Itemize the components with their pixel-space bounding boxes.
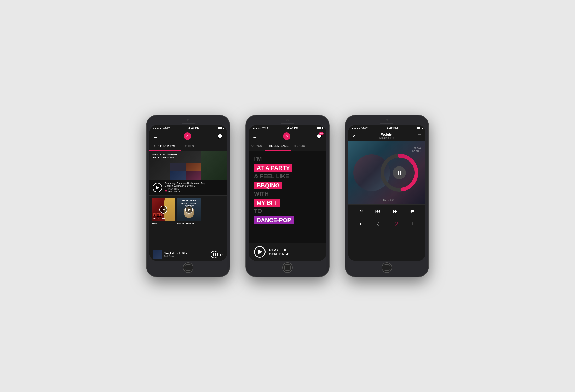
playlist-by: ★ Playlist by Beats Pop xyxy=(165,188,224,193)
progress-ring xyxy=(378,152,420,194)
play-sentence-bar[interactable]: PLAY THESENTENCE xyxy=(249,243,326,261)
red-album-item[interactable]: RED TAYLOR SWIFT RED xyxy=(152,198,175,225)
bruno-album-art: BRUNO MARSUNORTHODOXJUKEBOX xyxy=(177,198,201,221)
phone-1: ●●●●● AT&T 4:42 PM ☰ b 💬 JUST FOR YOU TH… xyxy=(146,115,230,277)
beats-star-icon: ★ xyxy=(165,189,167,192)
bruno-album-item[interactable]: BRUNO MARSUNORTHODOXJUKEBOX UNORTHODOX xyxy=(177,198,201,225)
battery xyxy=(218,127,223,129)
phone-speaker xyxy=(182,123,195,124)
player-controls: ↩ ⏮ ⏭ ⇌ ↩ ♡ ♡ + xyxy=(348,204,426,229)
phone-2: ●●●●● AT&T 4:42 PM ☰ b 💬 42 OR YOU THE S… xyxy=(246,115,329,277)
time-display: 1:46 | 3:50 xyxy=(380,198,394,201)
np-artist: Bob Dylan xyxy=(164,255,209,257)
battery-icon-3 xyxy=(417,127,422,129)
sentence-highlight-bbqing: BBQING xyxy=(254,182,282,189)
carrier: ●●●●● AT&T xyxy=(153,127,170,129)
tab-the-s[interactable]: THE S xyxy=(181,142,198,151)
status-bar-2: ●●●●● AT&T 4:42 PM xyxy=(249,125,326,130)
sentence-line-2-wrap: AT A PARTY xyxy=(254,164,321,172)
play-triangle-icon xyxy=(156,186,159,189)
queue-button[interactable]: ☰ xyxy=(418,134,421,138)
play-icon xyxy=(163,208,165,211)
tab-just-for-you[interactable]: JUST FOR YOU xyxy=(150,142,181,151)
player-artist: Mikal Cronin xyxy=(355,136,418,139)
playlist-curator: Playlist by Beats Pop xyxy=(168,188,180,193)
favorite-button[interactable]: ♡ xyxy=(376,221,381,227)
sentence-line-6-wrap: MY BFF xyxy=(254,198,321,207)
phone1-tabs: JUST FOR YOU THE S xyxy=(150,142,227,151)
np-info: Tangled Up In Blue Bob Dylan xyxy=(164,252,209,257)
battery-3 xyxy=(417,127,422,129)
np-song-title: Tangled Up In Blue xyxy=(164,252,209,255)
home-button-3[interactable] xyxy=(382,262,392,273)
red-album-thumb: RED TAYLOR SWIFT xyxy=(152,198,175,221)
phone-3-speaker xyxy=(380,123,393,124)
red-album-play[interactable] xyxy=(159,206,167,214)
carrier-3: ●●●●● AT&T xyxy=(352,127,368,129)
status-time-3: 4:42 PM xyxy=(387,126,398,130)
bruno-album-play[interactable] xyxy=(185,206,193,214)
home-button-inner-2 xyxy=(284,264,291,271)
add-to-playlist-button[interactable]: ↩ xyxy=(360,221,364,227)
bruno-album-thumb: BRUNO MARSUNORTHODOXJUKEBOX xyxy=(177,198,201,221)
shuffle-button[interactable]: ⇌ xyxy=(410,208,414,214)
tab-the-sentence[interactable]: THE SENTENCE xyxy=(265,142,291,151)
sentence-line-8-wrap: DANCE-POP xyxy=(254,216,321,225)
pause-bar-large-1 xyxy=(398,171,399,175)
repeat-button[interactable]: ↩ xyxy=(359,208,363,214)
home-button-1[interactable] xyxy=(183,262,193,273)
chat-button-2[interactable]: 💬 42 xyxy=(317,134,322,139)
prev-button[interactable]: ⏮ xyxy=(375,208,381,215)
dot1: ●●●●● xyxy=(153,127,162,129)
play-sentence-button[interactable] xyxy=(254,246,266,258)
beats-logo[interactable]: b xyxy=(184,132,191,140)
playlist-info: Featuring: Eminem, Nicki Minaj, T.I.,Mar… xyxy=(165,182,224,193)
sentence-line-5: WITH xyxy=(254,190,321,198)
phone1-content: GUEST LIST: RIHANNACOLLABORATIONS xyxy=(150,151,227,248)
tab-for-you[interactable]: OR YOU xyxy=(249,142,265,151)
phone-3: ●●●●● AT&T 4:42 PM ∨ Weight Mikal Cronin… xyxy=(345,115,429,277)
notification-badge: 42 xyxy=(319,132,324,135)
play-sentence-icon xyxy=(258,250,262,254)
pause-icon xyxy=(213,253,216,256)
carrier-2: ●●●●● AT&T xyxy=(252,127,269,129)
chat-button[interactable]: 💬 xyxy=(217,134,223,139)
playlist-card[interactable]: Featuring: Eminem, Nicki Minaj, T.I.,Mar… xyxy=(150,180,227,196)
nav-bar-1: ☰ b 💬 xyxy=(150,130,227,142)
action-controls: ↩ ♡ ♡ + xyxy=(353,221,420,227)
pause-icon-large xyxy=(398,171,401,175)
playback-controls: ↩ ⏮ ⏭ ⇌ xyxy=(353,208,420,215)
phone-3-camera xyxy=(386,119,388,121)
home-button-2[interactable] xyxy=(282,262,293,273)
signal-dots: ●●●●● AT&T xyxy=(153,127,170,129)
red-album-label: RED xyxy=(152,222,157,225)
beats-heart-button[interactable]: ♡ xyxy=(393,221,398,227)
phone-2-speaker xyxy=(281,123,294,124)
album-row: RED TAYLOR SWIFT RED BRUNO MARSUNORTHODO… xyxy=(150,196,227,227)
playlist-description: Featuring: Eminem, Nicki Minaj, T.I.,Mar… xyxy=(165,182,224,187)
np-play-button[interactable] xyxy=(211,251,218,258)
playlist-play-button[interactable] xyxy=(153,183,162,192)
np-next-button[interactable]: ⏭ xyxy=(220,252,224,257)
beats-logo-2[interactable]: b xyxy=(283,132,290,140)
play-sentence-label: PLAY THESENTENCE xyxy=(269,248,290,256)
third-album-cell xyxy=(201,151,227,180)
next-button[interactable]: ⏭ xyxy=(393,208,399,215)
tab-highlights[interactable]: HIGHLIG xyxy=(291,142,308,151)
phone2-tabs: OR YOU THE SENTENCE HIGHLIG xyxy=(249,142,326,151)
pause-bar-2 xyxy=(215,253,216,256)
featured-album-grid: GUEST LIST: RIHANNACOLLABORATIONS xyxy=(150,151,227,180)
pause-bar-1 xyxy=(213,253,214,256)
np-controls: ⏭ xyxy=(211,251,224,258)
collapse-button[interactable]: ∨ xyxy=(352,134,355,139)
menu-button-2[interactable]: ☰ xyxy=(253,134,257,139)
menu-button[interactable]: ☰ xyxy=(154,134,157,139)
sentence-line-4-wrap: BBQING xyxy=(254,181,321,190)
pause-button[interactable] xyxy=(393,166,406,179)
player-song-title: Weight xyxy=(355,132,418,136)
player-header: ∨ Weight Mikal Cronin ☰ xyxy=(348,130,426,141)
sentence-line-7: TO xyxy=(254,207,321,215)
phones-container: ●●●●● AT&T 4:42 PM ☰ b 💬 JUST FOR YOU TH… xyxy=(146,115,429,277)
add-button[interactable]: + xyxy=(411,221,414,227)
time-current: 1:46 xyxy=(380,198,386,201)
